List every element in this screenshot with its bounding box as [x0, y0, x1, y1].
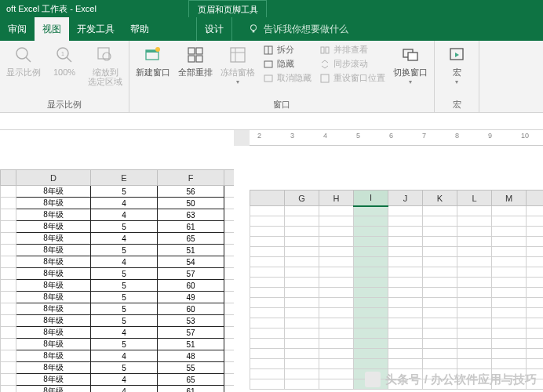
table-row[interactable] — [250, 359, 544, 369]
tell-me[interactable]: 告诉我你想要做什么 — [248, 17, 348, 41]
svg-line-6 — [67, 57, 71, 62]
tab-developer[interactable]: 开发工具 — [69, 17, 122, 41]
window-title: oft Excel 工作表 - Excel — [6, 3, 97, 15]
data-table-right[interactable]: GHIJKLM — [250, 190, 543, 390]
table-row[interactable]: 8年级465 — [1, 374, 235, 386]
table-row[interactable] — [250, 237, 544, 247]
table-row[interactable] — [250, 278, 544, 288]
chevron-down-icon: ▾ — [236, 78, 239, 85]
svg-rect-1 — [253, 31, 255, 33]
table-row[interactable]: 8年级560 — [1, 303, 235, 315]
group-macros-label: 宏 — [453, 97, 461, 111]
zoom-button[interactable]: 显示比例 — [6, 44, 41, 77]
reset-window-button[interactable]: 重设窗口位置 — [319, 72, 385, 84]
col-header-d[interactable]: D — [16, 170, 91, 186]
zoom-selection-icon — [94, 44, 116, 66]
macros-button[interactable]: 宏 ▾ — [441, 44, 472, 85]
context-tab-title: 页眉和页脚工具 — [188, 0, 267, 17]
col-header-l[interactable]: L — [457, 191, 492, 206]
table-row[interactable]: 8年级454 — [1, 256, 235, 268]
side-by-side-icon — [319, 45, 330, 56]
table-row[interactable]: 8年级553 — [1, 315, 235, 327]
ribbon-tabs: 审阅 视图 开发工具 帮助 设计 告诉我你想要做什么 — [0, 17, 543, 41]
table-row[interactable]: 8年级465 — [1, 233, 235, 245]
table-row[interactable] — [250, 318, 544, 328]
table-row[interactable] — [250, 257, 544, 267]
zoom-selection-button[interactable]: 缩放到 选定区域 — [88, 44, 122, 86]
sync-scroll-icon — [319, 59, 330, 70]
table-row[interactable]: 8年级556 — [1, 186, 235, 198]
arrange-all-button[interactable]: 全部重排 — [178, 44, 213, 77]
table-row[interactable]: 8年级551 — [1, 245, 235, 256]
split-icon — [263, 45, 274, 56]
tab-design[interactable]: 设计 — [196, 17, 232, 41]
data-table-left[interactable]: D E F 8年级5568年级4508年级4638年级5618年级4658年级5… — [0, 169, 234, 392]
svg-rect-12 — [188, 48, 195, 54]
svg-rect-23 — [321, 47, 324, 53]
zoom-100-button[interactable]: 1 100% — [49, 44, 80, 77]
col-header-j[interactable]: J — [388, 191, 423, 206]
group-window-label: 窗口 — [273, 97, 290, 111]
watermark-logo-icon — [365, 372, 381, 387]
table-row[interactable]: 8年级450 — [1, 198, 235, 209]
svg-rect-7 — [98, 48, 109, 59]
group-macros: 宏 ▾ 宏 — [435, 41, 479, 112]
freeze-panes-icon — [227, 44, 249, 66]
table-row[interactable]: 8年级561 — [1, 221, 235, 233]
view-side-by-side-button[interactable]: 并排查看 — [319, 44, 385, 56]
switch-windows-icon — [399, 44, 421, 66]
col-header-i[interactable]: I — [354, 191, 388, 206]
table-row[interactable]: 8年级557 — [1, 268, 235, 280]
col-header-h[interactable]: H — [319, 191, 354, 206]
col-header-g[interactable]: G — [285, 191, 319, 206]
table-row[interactable]: 8年级555 — [1, 362, 235, 374]
col-header-e[interactable]: E — [91, 170, 158, 186]
left-pane: D E F 8年级5568年级4508年级4638年级5618年级4658年级5… — [0, 130, 234, 392]
formula-bar[interactable] — [0, 113, 543, 130]
table-row[interactable]: 8年级560 — [1, 280, 235, 292]
sync-scroll-button[interactable]: 同步滚动 — [319, 58, 385, 70]
table-row[interactable] — [250, 247, 544, 257]
right-pane: 2345678910 GHIJKLM — [234, 130, 543, 392]
tell-me-text: 告诉我你想要做什么 — [264, 23, 348, 36]
hide-button[interactable]: 隐藏 — [263, 58, 312, 70]
table-row[interactable] — [250, 339, 544, 349]
corner-cell[interactable] — [1, 170, 16, 186]
switch-windows-button[interactable]: 切换窗口 ▾ — [393, 44, 428, 85]
freeze-panes-button[interactable]: 冻结窗格 ▾ — [220, 44, 255, 85]
tab-help[interactable]: 帮助 — [122, 17, 157, 41]
table-row[interactable] — [250, 298, 544, 308]
table-row[interactable] — [250, 267, 544, 278]
table-row[interactable]: 8年级463 — [1, 209, 235, 221]
table-row[interactable] — [250, 288, 544, 298]
table-row[interactable]: 8年级551 — [1, 339, 235, 350]
table-row[interactable] — [250, 206, 544, 216]
col-edge[interactable] — [224, 170, 235, 186]
title-bar: oft Excel 工作表 - Excel — [0, 0, 543, 17]
new-window-button[interactable]: 新建窗口 — [136, 44, 170, 77]
tab-review[interactable]: 审阅 — [0, 17, 35, 41]
svg-point-0 — [251, 25, 257, 31]
table-row[interactable] — [250, 216, 544, 227]
magnifier-icon — [13, 44, 35, 66]
svg-rect-13 — [196, 48, 202, 54]
unhide-icon — [263, 73, 274, 84]
tab-view[interactable]: 视图 — [35, 17, 69, 41]
col-header-m[interactable]: M — [492, 191, 527, 206]
svg-marker-29 — [455, 53, 459, 57]
hide-icon — [263, 59, 274, 70]
table-row[interactable]: 8年级457 — [1, 327, 235, 339]
table-row[interactable] — [250, 349, 544, 359]
ribbon: 显示比例 1 100% 缩放到 选定区域 显示比例 新建窗口 全部重排 — [0, 41, 543, 113]
col-header-k[interactable]: K — [423, 191, 457, 206]
table-row[interactable]: 8年级448 — [1, 350, 235, 362]
col-header-f[interactable]: F — [158, 170, 224, 186]
unhide-button[interactable]: 取消隐藏 — [263, 72, 312, 84]
table-row[interactable] — [250, 328, 544, 339]
table-row[interactable]: 8年级549 — [1, 292, 235, 303]
split-button[interactable]: 拆分 — [263, 44, 312, 56]
table-row[interactable] — [250, 308, 544, 318]
svg-point-2 — [16, 48, 27, 59]
table-row[interactable] — [250, 227, 544, 237]
table-row[interactable]: 8年级461 — [1, 386, 235, 393]
